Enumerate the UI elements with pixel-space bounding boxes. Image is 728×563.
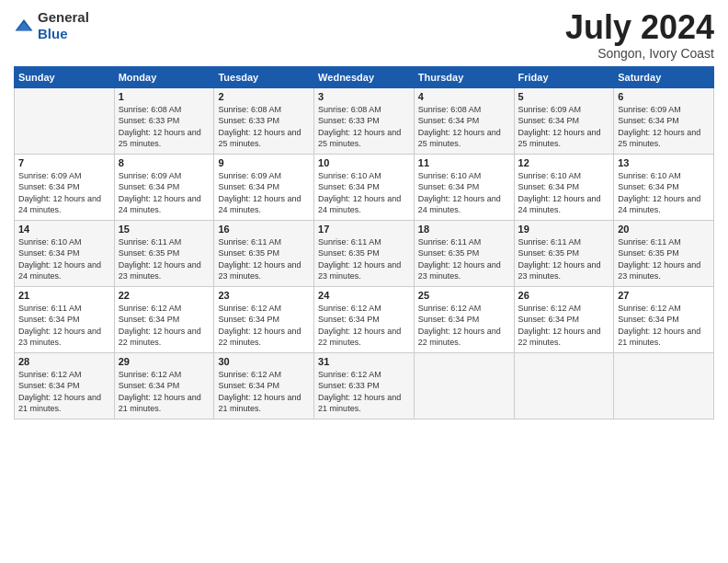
- sunrise-text: Sunrise: 6:11 AM: [218, 237, 281, 247]
- sunset-text: Sunset: 6:34 PM: [18, 248, 80, 258]
- sunrise-text: Sunrise: 6:09 AM: [119, 171, 182, 180]
- cell-week3-day4: 18 Sunrise: 6:11 AM Sunset: 6:35 PM Dayl…: [414, 220, 514, 286]
- day-number: 30: [218, 356, 310, 367]
- daylight-text: Daylight: 12 hours and 24 minutes.: [119, 194, 201, 215]
- sunset-text: Sunset: 6:33 PM: [119, 116, 180, 125]
- month-year-title: July 2024: [565, 9, 714, 46]
- cell-week1-day4: 4 Sunrise: 6:08 AM Sunset: 6:34 PM Dayli…: [414, 87, 514, 154]
- logo-general: General: [38, 9, 89, 25]
- day-number: 23: [218, 290, 310, 301]
- daylight-text: Daylight: 12 hours and 23 minutes.: [618, 260, 700, 282]
- sunrise-text: Sunrise: 6:12 AM: [218, 304, 281, 313]
- sunrise-text: Sunrise: 6:08 AM: [119, 105, 182, 114]
- daylight-text: Daylight: 12 hours and 21 minutes.: [618, 327, 700, 348]
- day-number: 8: [119, 157, 210, 168]
- sunrise-text: Sunrise: 6:09 AM: [18, 171, 82, 180]
- week-row-2: 7 Sunrise: 6:09 AM Sunset: 6:34 PM Dayli…: [15, 154, 714, 220]
- sunrise-text: Sunrise: 6:12 AM: [618, 304, 681, 313]
- sunrise-text: Sunrise: 6:11 AM: [18, 304, 82, 313]
- page-container: General Blue July 2024 Songon, Ivory Coa…: [0, 0, 728, 429]
- day-number: 19: [518, 224, 610, 235]
- daylight-text: Daylight: 12 hours and 25 minutes.: [518, 128, 601, 149]
- daylight-text: Daylight: 12 hours and 24 minutes.: [618, 194, 700, 215]
- cell-week5-day3: 31 Sunrise: 6:12 AM Sunset: 6:33 PM Dayl…: [314, 352, 415, 419]
- cell-week1-day2: 2 Sunrise: 6:08 AM Sunset: 6:33 PM Dayli…: [214, 87, 314, 154]
- day-number: 7: [18, 157, 110, 168]
- header: General Blue July 2024 Songon, Ivory Coa…: [14, 9, 714, 61]
- day-number: 6: [618, 91, 710, 102]
- day-number: 29: [119, 356, 210, 367]
- cell-week3-day2: 16 Sunrise: 6:11 AM Sunset: 6:35 PM Dayl…: [214, 220, 314, 286]
- week-row-1: 1 Sunrise: 6:08 AM Sunset: 6:33 PM Dayli…: [15, 87, 714, 154]
- sunset-text: Sunset: 6:34 PM: [518, 315, 580, 324]
- sunrise-text: Sunrise: 6:08 AM: [218, 105, 281, 114]
- daylight-text: Daylight: 12 hours and 21 minutes.: [18, 393, 101, 414]
- sunrise-text: Sunrise: 6:12 AM: [318, 304, 381, 313]
- week-row-4: 21 Sunrise: 6:11 AM Sunset: 6:34 PM Dayl…: [15, 286, 714, 352]
- day-number: 2: [218, 91, 310, 102]
- sunset-text: Sunset: 6:34 PM: [318, 182, 380, 191]
- header-monday: Monday: [114, 66, 214, 87]
- daylight-text: Daylight: 12 hours and 21 minutes.: [218, 393, 301, 414]
- sunrise-text: Sunrise: 6:08 AM: [318, 105, 381, 114]
- cell-week2-day4: 11 Sunrise: 6:10 AM Sunset: 6:34 PM Dayl…: [414, 154, 514, 220]
- sunrise-text: Sunrise: 6:10 AM: [618, 171, 681, 180]
- daylight-text: Daylight: 12 hours and 23 minutes.: [119, 260, 201, 282]
- daylight-text: Daylight: 12 hours and 22 minutes.: [218, 327, 301, 348]
- header-thursday: Thursday: [414, 66, 514, 87]
- daylight-text: Daylight: 12 hours and 24 minutes.: [218, 194, 301, 215]
- sunset-text: Sunset: 6:34 PM: [218, 315, 279, 324]
- header-tuesday: Tuesday: [214, 66, 314, 87]
- sunrise-text: Sunrise: 6:12 AM: [418, 304, 482, 313]
- cell-week4-day1: 22 Sunrise: 6:12 AM Sunset: 6:34 PM Dayl…: [114, 286, 214, 352]
- header-saturday: Saturday: [614, 66, 714, 87]
- daylight-text: Daylight: 12 hours and 25 minutes.: [618, 128, 700, 149]
- daylight-text: Daylight: 12 hours and 22 minutes.: [318, 327, 401, 348]
- header-wednesday: Wednesday: [314, 66, 415, 87]
- header-sunday: Sunday: [15, 66, 115, 87]
- day-number: 12: [518, 157, 610, 168]
- cell-week1-day1: 1 Sunrise: 6:08 AM Sunset: 6:33 PM Dayli…: [114, 87, 214, 154]
- daylight-text: Daylight: 12 hours and 22 minutes.: [518, 327, 601, 348]
- day-number: 21: [18, 290, 110, 301]
- sunset-text: Sunset: 6:35 PM: [618, 248, 679, 258]
- daylight-text: Daylight: 12 hours and 25 minutes.: [218, 128, 301, 149]
- cell-week3-day6: 20 Sunrise: 6:11 AM Sunset: 6:35 PM Dayl…: [614, 220, 714, 286]
- sunset-text: Sunset: 6:33 PM: [318, 381, 380, 390]
- daylight-text: Daylight: 12 hours and 22 minutes.: [418, 327, 501, 348]
- day-number: 9: [218, 157, 310, 168]
- cell-week2-day2: 9 Sunrise: 6:09 AM Sunset: 6:34 PM Dayli…: [214, 154, 314, 220]
- day-number: 16: [218, 224, 310, 235]
- sunrise-text: Sunrise: 6:11 AM: [418, 237, 482, 247]
- sunrise-text: Sunrise: 6:11 AM: [518, 237, 582, 247]
- cell-week1-day6: 6 Sunrise: 6:09 AM Sunset: 6:34 PM Dayli…: [614, 87, 714, 154]
- daylight-text: Daylight: 12 hours and 24 minutes.: [518, 194, 601, 215]
- sunrise-text: Sunrise: 6:10 AM: [518, 171, 582, 180]
- day-number: 11: [418, 157, 510, 168]
- logo-text: General Blue: [38, 9, 89, 42]
- cell-week4-day0: 21 Sunrise: 6:11 AM Sunset: 6:34 PM Dayl…: [15, 286, 115, 352]
- location-title: Songon, Ivory Coast: [565, 46, 714, 61]
- daylight-text: Daylight: 12 hours and 24 minutes.: [18, 194, 101, 215]
- sunset-text: Sunset: 6:35 PM: [318, 248, 380, 258]
- logo: General Blue: [14, 9, 89, 42]
- sunset-text: Sunset: 6:34 PM: [18, 182, 80, 191]
- sunrise-text: Sunrise: 6:12 AM: [518, 304, 582, 313]
- daylight-text: Daylight: 12 hours and 21 minutes.: [119, 393, 201, 414]
- sunrise-text: Sunrise: 6:09 AM: [618, 105, 681, 114]
- sunset-text: Sunset: 6:33 PM: [218, 116, 279, 125]
- cell-week3-day3: 17 Sunrise: 6:11 AM Sunset: 6:35 PM Dayl…: [314, 220, 415, 286]
- daylight-text: Daylight: 12 hours and 23 minutes.: [518, 260, 601, 282]
- sunset-text: Sunset: 6:34 PM: [518, 116, 580, 125]
- title-block: July 2024 Songon, Ivory Coast: [565, 9, 714, 61]
- cell-week2-day1: 8 Sunrise: 6:09 AM Sunset: 6:34 PM Dayli…: [114, 154, 214, 220]
- daylight-text: Daylight: 12 hours and 24 minutes.: [418, 194, 501, 215]
- cell-week5-day4: [414, 352, 514, 419]
- sunset-text: Sunset: 6:33 PM: [318, 116, 380, 125]
- sunset-text: Sunset: 6:34 PM: [119, 182, 180, 191]
- cell-week3-day5: 19 Sunrise: 6:11 AM Sunset: 6:35 PM Dayl…: [514, 220, 614, 286]
- daylight-text: Daylight: 12 hours and 24 minutes.: [18, 260, 101, 282]
- sunrise-text: Sunrise: 6:12 AM: [18, 370, 82, 379]
- sunrise-text: Sunrise: 6:11 AM: [318, 237, 381, 247]
- cell-week4-day6: 27 Sunrise: 6:12 AM Sunset: 6:34 PM Dayl…: [614, 286, 714, 352]
